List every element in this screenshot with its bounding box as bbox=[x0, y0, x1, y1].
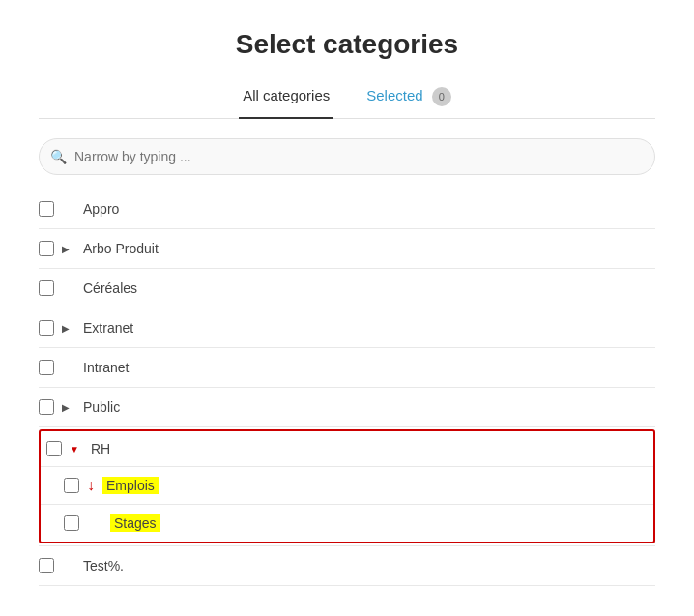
rh-child-emplois: ↓ Emplois bbox=[41, 467, 653, 505]
tab-all-categories[interactable]: All categories bbox=[239, 79, 333, 118]
checkbox-arbo[interactable] bbox=[39, 241, 54, 256]
checkbox-emplois[interactable] bbox=[64, 478, 79, 493]
category-label-rh: RH bbox=[91, 441, 110, 456]
category-label-appro: Appro bbox=[83, 201, 119, 217]
rh-header-row: ▼ RH bbox=[41, 431, 653, 467]
list-item: ▶ Extranet bbox=[39, 308, 655, 348]
category-label-test: Test%. bbox=[83, 558, 124, 573]
checkbox-test[interactable] bbox=[39, 558, 54, 573]
category-label-stages: Stages bbox=[110, 514, 160, 532]
checkbox-rh[interactable] bbox=[46, 441, 62, 456]
expand-extranet-icon[interactable]: ▶ bbox=[62, 323, 75, 334]
list-item: ▶ Test%. bbox=[39, 546, 655, 586]
search-input[interactable] bbox=[39, 138, 655, 175]
page-container: Select categories All categories Selecte… bbox=[0, 0, 694, 605]
checkbox-public[interactable] bbox=[39, 399, 54, 415]
checkbox-appro[interactable] bbox=[39, 201, 54, 217]
rh-section: ▼ RH ↓ Emplois Stages bbox=[39, 429, 655, 546]
tabs: All categories Selected 0 bbox=[39, 79, 655, 119]
category-label-emplois: Emplois bbox=[102, 477, 159, 494]
list-item: ▶ Public bbox=[39, 388, 655, 427]
search-container: 🔍 bbox=[39, 138, 655, 175]
list-item: ▶ Céréales bbox=[39, 269, 655, 308]
category-label-cereales: Céréales bbox=[83, 280, 137, 296]
category-label-public: Public bbox=[83, 399, 120, 415]
rh-child-stages: Stages bbox=[41, 505, 653, 542]
list-item: ▶ Arbo Produit bbox=[39, 229, 655, 269]
down-arrow-icon: ↓ bbox=[87, 477, 95, 494]
search-icon: 🔍 bbox=[50, 149, 67, 164]
category-list: ▶ Appro ▶ Arbo Produit ▶ Céréales ▶ Extr… bbox=[39, 190, 655, 586]
checkbox-intranet[interactable] bbox=[39, 360, 54, 375]
checkbox-stages[interactable] bbox=[64, 515, 79, 531]
tab-selected[interactable]: Selected 0 bbox=[362, 79, 455, 118]
expand-public-icon[interactable]: ▶ bbox=[62, 402, 75, 413]
expand-rh-icon[interactable]: ▼ bbox=[70, 444, 83, 455]
category-label-extranet: Extranet bbox=[83, 320, 133, 336]
expand-arbo-icon[interactable]: ▶ bbox=[62, 244, 75, 254]
checkbox-extranet[interactable] bbox=[39, 320, 54, 336]
checkbox-cereales[interactable] bbox=[39, 280, 54, 296]
selected-badge: 0 bbox=[432, 87, 451, 106]
list-item: ▶ Appro bbox=[39, 190, 655, 229]
category-label-intranet: Intranet bbox=[83, 360, 129, 375]
list-item: ▶ Intranet bbox=[39, 348, 655, 388]
page-title: Select categories bbox=[39, 29, 655, 60]
search-wrapper: 🔍 bbox=[39, 138, 655, 175]
category-label-arbo: Arbo Produit bbox=[83, 241, 159, 256]
